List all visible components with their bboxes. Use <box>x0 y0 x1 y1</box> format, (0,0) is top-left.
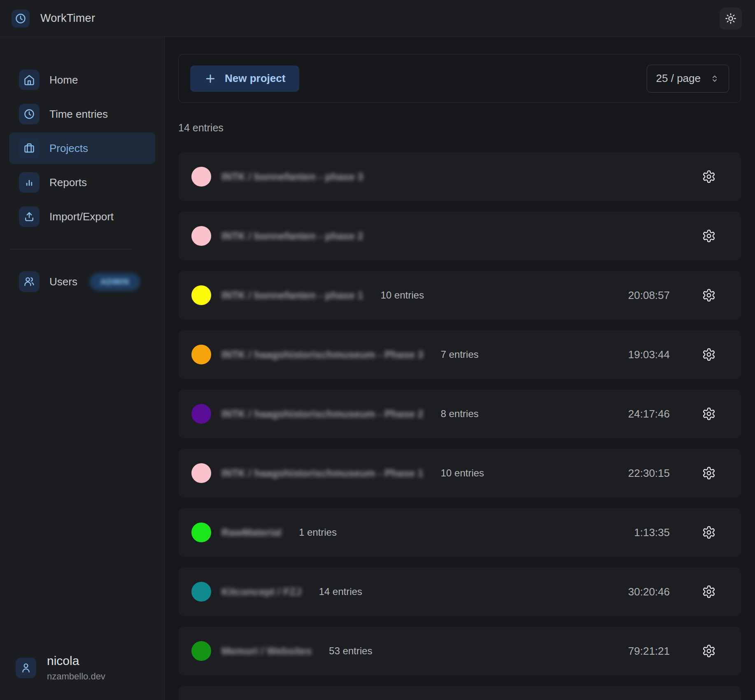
sidebar-item-time-entries[interactable]: Time entries <box>9 98 155 130</box>
project-total-time: 79:21:21 <box>628 645 670 658</box>
upload-icon <box>19 206 40 227</box>
user-name: nicola <box>47 654 105 668</box>
project-entries-count: 10 entries <box>380 289 424 301</box>
admin-badge: ADMIN <box>90 273 140 291</box>
sidebar-divider <box>9 249 132 250</box>
gear-icon <box>702 229 716 243</box>
current-user[interactable]: nicola nzambello.dev <box>9 654 155 682</box>
project-total-time: 22:30:15 <box>628 467 670 480</box>
gear-icon <box>702 348 716 362</box>
project-settings-button[interactable] <box>701 525 716 540</box>
users-icon <box>19 271 40 292</box>
chevron-up-down-icon <box>710 74 720 84</box>
project-color-dot <box>191 285 211 305</box>
sidebar-item-label: Time entries <box>49 108 108 121</box>
project-total-time: 20:08:57 <box>628 289 670 302</box>
project-settings-button[interactable] <box>701 466 716 481</box>
project-row[interactable] <box>178 686 741 700</box>
clock-icon <box>19 104 40 124</box>
project-entries-count: 10 entries <box>440 467 484 479</box>
project-row[interactable]: INTK / haagshistorischmuseum - Phase 3 7… <box>178 330 741 379</box>
project-color-dot <box>191 404 211 424</box>
gear-icon <box>702 466 716 480</box>
project-total-time: 1:13:35 <box>634 526 670 539</box>
project-entries-count: 1 entries <box>299 527 337 538</box>
project-color-dot <box>191 641 211 661</box>
project-row[interactable]: INTK / bonnefanten - phase 2 <box>178 212 741 260</box>
project-entries-count: 8 entries <box>440 408 478 420</box>
project-name: Kitconcept / FZJ <box>221 586 301 598</box>
project-row[interactable]: INTK / bonnefanten - phase 3 <box>178 152 741 201</box>
project-color-dot <box>191 226 211 246</box>
gear-icon <box>702 585 716 599</box>
page-size-select[interactable]: 25 / page <box>647 65 729 93</box>
clock-logo-icon <box>15 13 26 24</box>
sidebar-item-reports[interactable]: Reports <box>9 167 155 198</box>
project-name: INTK / bonnefanten - phase 2 <box>221 230 363 242</box>
projects-toolbar: New project 25 / page <box>178 54 741 103</box>
sidebar-item-home[interactable]: Home <box>9 64 155 96</box>
worktimer-app: WorkTimer Home Time entries Projects Rep… <box>0 0 755 700</box>
gear-icon <box>702 288 716 302</box>
sidebar-item-import-export[interactable]: Import/Export <box>9 201 155 232</box>
main-content: New project 25 / page 14 entries INTK / … <box>165 37 755 700</box>
sidebar-item-users[interactable]: Users ADMIN <box>9 266 155 297</box>
top-bar: WorkTimer <box>0 0 755 37</box>
project-total-time: 19:03:44 <box>628 348 670 361</box>
bar-chart-icon <box>19 172 40 193</box>
project-entries-count: 53 entries <box>329 645 372 657</box>
project-entries-count: 14 entries <box>319 586 362 597</box>
new-project-label: New project <box>225 72 285 85</box>
gear-icon <box>702 525 716 539</box>
project-total-time: 24:17:46 <box>628 408 670 420</box>
sidebar-item-label: Projects <box>49 142 88 155</box>
gear-icon <box>702 407 716 421</box>
project-color-dot <box>191 523 211 542</box>
plus-icon <box>204 72 217 85</box>
project-settings-button[interactable] <box>701 644 716 658</box>
project-settings-button[interactable] <box>701 288 716 303</box>
new-project-button[interactable]: New project <box>190 65 299 92</box>
sun-icon <box>725 13 736 24</box>
sidebar-nav: Home Time entries Projects Reports Impor… <box>9 64 155 235</box>
sidebar-item-label: Users <box>49 275 77 288</box>
project-row[interactable]: INTK / haagshistorischmuseum - Phase 2 8… <box>178 390 741 438</box>
theme-toggle-button[interactable] <box>720 7 742 30</box>
project-color-dot <box>191 167 211 187</box>
user-domain: nzambello.dev <box>47 671 105 682</box>
user-meta: nicola nzambello.dev <box>47 654 105 682</box>
sidebar-item-label: Reports <box>49 176 87 189</box>
user-icon <box>16 658 36 678</box>
project-name: Memori / Websites <box>221 645 312 657</box>
sidebar-item-label: Import/Export <box>49 210 114 223</box>
sidebar: Home Time entries Projects Reports Impor… <box>0 37 165 700</box>
project-row[interactable]: INTK / bonnefanten - phase 1 10 entries … <box>178 271 741 320</box>
sidebar-item-projects[interactable]: Projects <box>9 133 155 164</box>
project-color-dot <box>191 345 211 364</box>
project-row[interactable]: RawMaterial 1 entries 1:13:35 <box>178 508 741 557</box>
project-color-dot <box>191 463 211 483</box>
project-row[interactable]: INTK / haagshistorischmuseum - Phase 1 1… <box>178 449 741 497</box>
gear-icon <box>702 170 716 184</box>
app-shell: Home Time entries Projects Reports Impor… <box>0 37 755 700</box>
sidebar-spacer <box>9 300 155 654</box>
entries-count: 14 entries <box>178 122 741 134</box>
sidebar-item-label: Home <box>49 74 78 86</box>
project-name: INTK / haagshistorischmuseum - Phase 2 <box>221 408 423 420</box>
project-name: INTK / bonnefanten - phase 1 <box>221 289 363 301</box>
project-settings-button[interactable] <box>701 584 716 599</box>
project-settings-button[interactable] <box>701 229 716 243</box>
project-color-dot <box>191 582 211 602</box>
project-settings-button[interactable] <box>701 406 716 421</box>
project-row[interactable]: Memori / Websites 53 entries 79:21:21 <box>178 627 741 675</box>
gear-icon <box>702 644 716 658</box>
project-name: RawMaterial <box>221 527 282 539</box>
project-name: INTK / haagshistorischmuseum - Phase 1 <box>221 467 423 479</box>
page-size-value: 25 / page <box>656 72 701 85</box>
project-name: INTK / haagshistorischmuseum - Phase 3 <box>221 349 423 361</box>
project-row[interactable]: Kitconcept / FZJ 14 entries 30:20:46 <box>178 567 741 616</box>
briefcase-icon <box>19 138 40 159</box>
project-settings-button[interactable] <box>701 169 716 184</box>
project-settings-button[interactable] <box>701 347 716 362</box>
app-title: WorkTimer <box>40 12 95 25</box>
